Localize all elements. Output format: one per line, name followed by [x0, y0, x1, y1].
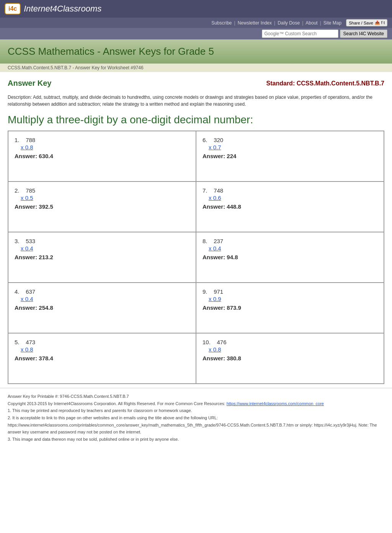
problem-cell-1: 1. 788 x 0.8 Answer: 630.4: [8, 131, 196, 181]
answer-key-label: Answer Key: [8, 79, 52, 88]
problem-number-1: 1. 788: [15, 137, 189, 143]
problem-answer-5: Answer: 378.4: [15, 355, 53, 361]
problem-answer-2: Answer: 392.5: [15, 203, 53, 210]
share-button[interactable]: Share / Save 📤 f t: [346, 19, 387, 26]
problem-number-9: 9. 971: [203, 288, 377, 295]
problem-cell-2: 2. 785 x 0.5 Answer: 392.5: [8, 182, 196, 232]
problem-answer-8: Answer: 94.8: [203, 254, 238, 260]
problem-number-6: 6. 320: [203, 137, 377, 143]
nav-daily-dose[interactable]: Daily Dose: [278, 20, 300, 26]
footer-line5: https://www.internet4classrooms.com/prin…: [8, 422, 384, 436]
problem-multiplier-5: x 0.8: [21, 346, 189, 353]
problem-answer-9: Answer: 873.9: [203, 304, 241, 311]
main-content: Answer Key Standard: CCSS.Math.Content.5…: [0, 72, 392, 388]
hero-banner: CCSS Mathematics - Answer Keys for Grade…: [0, 39, 392, 64]
problem-cell-4: 4. 637 x 0.4 Answer: 254.8: [8, 283, 196, 333]
problem-multiplier-10: x 0.8: [209, 346, 377, 353]
problem-answer-1: Answer: 630.4: [15, 153, 53, 159]
problem-answer-10: Answer: 380.8: [203, 355, 241, 361]
footer-line3: 1. This may be printed and reproduced by…: [8, 407, 384, 414]
footer-line1: Answer Key for Printable #: 9746-CCSS.Ma…: [8, 393, 384, 400]
problem-cell-6: 6. 320 x 0.7 Answer: 224: [196, 131, 384, 181]
problem-number-3: 3. 533: [15, 238, 189, 244]
logo-area: i4c Internet4Classrooms: [5, 3, 101, 15]
problem-cell-8: 8. 237 x 0.4 Answer: 94.8: [196, 232, 384, 282]
footer: Answer Key for Printable #: 9746-CCSS.Ma…: [0, 388, 392, 448]
problems-row-5: 5. 473 x 0.8 Answer: 378.4 10. 476 x 0.8…: [8, 334, 384, 383]
worksheet-subtitle: Multiply a three-digit by a one-digit de…: [8, 114, 384, 126]
nav-about[interactable]: About: [305, 20, 317, 26]
problems-row-4: 4. 637 x 0.4 Answer: 254.8 9. 971 x 0.9 …: [8, 283, 384, 334]
problem-cell-7: 7. 748 x 0.6 Answer: 448.8: [196, 182, 384, 232]
nav-links: Subscribe | Newsletter Index | Daily Dos…: [211, 20, 341, 26]
search-button[interactable]: Search I4C Website: [340, 29, 388, 38]
problem-cell-10: 10. 476 x 0.8 Answer: 380.8: [196, 334, 384, 383]
problem-multiplier-2: x 0.5: [21, 195, 189, 201]
problem-multiplier-8: x 0.4: [209, 245, 377, 252]
search-bar: Search I4C Website: [0, 28, 392, 39]
problem-answer-4: Answer: 254.8: [15, 304, 53, 311]
standard-label: Standard: CCSS.Math.Content.5.NBT.B.7: [266, 80, 384, 87]
problem-multiplier-3: x 0.4: [21, 245, 189, 252]
problem-number-7: 7. 748: [203, 187, 377, 194]
problem-cell-5: 5. 473 x 0.8 Answer: 378.4: [8, 334, 196, 383]
nav-site-map[interactable]: Site Map: [323, 20, 341, 26]
problem-answer-3: Answer: 213.2: [15, 254, 53, 260]
problem-multiplier-6: x 0.7: [209, 144, 377, 150]
problem-number-4: 4. 637: [15, 288, 189, 295]
problem-answer-6: Answer: 224: [203, 153, 236, 159]
problem-multiplier-7: x 0.6: [209, 195, 377, 201]
search-input[interactable]: [262, 29, 338, 38]
problem-answer-7: Answer: 448.8: [203, 203, 241, 210]
footer-common-core-link[interactable]: https://www.internet4classrooms.com/comm…: [227, 401, 324, 406]
problems-row-2: 2. 785 x 0.5 Answer: 392.5 7. 748 x 0.6 …: [8, 182, 384, 232]
footer-line6: 3. This image and data thereon may not b…: [8, 436, 384, 443]
problem-cell-3: 3. 533 x 0.4 Answer: 213.2: [8, 232, 196, 282]
problem-number-5: 5. 473: [15, 339, 189, 345]
problem-number-8: 8. 237: [203, 238, 377, 244]
site-header: i4c Internet4Classrooms: [0, 0, 392, 18]
problem-number-2: 2. 785: [15, 187, 189, 194]
footer-line4: 2. It is acceptable to link to this page…: [8, 414, 384, 422]
breadcrumb: CCSS.Math.Content.5.NBT.B.7 - Answer Key…: [0, 64, 392, 72]
description-text: Description: Add, subtract, multiply, an…: [8, 94, 384, 108]
problems-grid: 1. 788 x 0.8 Answer: 630.4 6. 320 x 0.7 …: [8, 131, 384, 384]
page-title: CCSS Mathematics - Answer Keys for Grade…: [8, 46, 384, 57]
nav-subscribe[interactable]: Subscribe: [211, 20, 232, 26]
problem-multiplier-4: x 0.4: [21, 296, 189, 302]
problems-row-3: 3. 533 x 0.4 Answer: 213.2 8. 237 x 0.4 …: [8, 232, 384, 283]
site-name: Internet4Classrooms: [24, 4, 101, 14]
problem-number-10: 10. 476: [203, 339, 377, 345]
problems-row-1: 1. 788 x 0.8 Answer: 630.4 6. 320 x 0.7 …: [8, 131, 384, 182]
answer-key-header: Answer Key Standard: CCSS.Math.Content.5…: [8, 76, 384, 91]
nav-bar: Subscribe | Newsletter Index | Daily Dos…: [0, 18, 392, 28]
nav-newsletter[interactable]: Newsletter Index: [238, 20, 272, 26]
logo-icon: i4c: [5, 3, 21, 15]
footer-line2: Copyright 2013-2015 by Internet4Classroo…: [8, 400, 384, 407]
problem-cell-9: 9. 971 x 0.9 Answer: 873.9: [196, 283, 384, 333]
problem-multiplier-1: x 0.8: [21, 144, 189, 150]
problem-multiplier-9: x 0.9: [209, 296, 377, 302]
